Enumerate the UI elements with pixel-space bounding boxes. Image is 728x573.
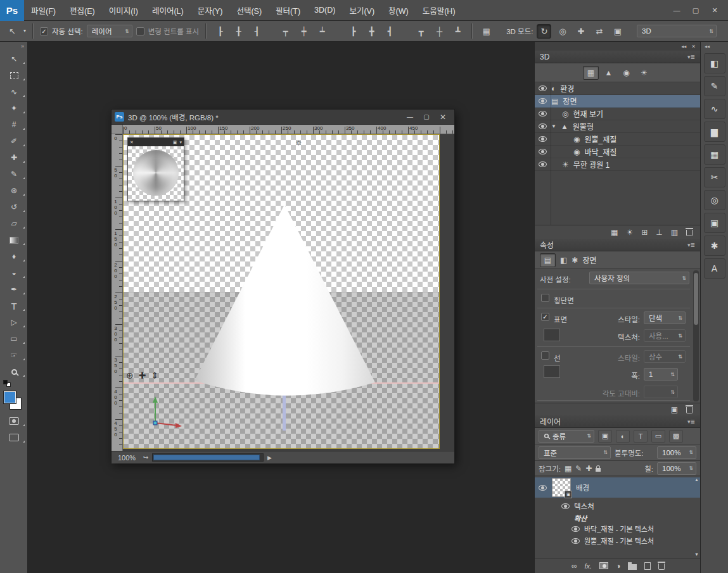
dock-info-panel-icon[interactable]: ▣ (704, 213, 725, 233)
layer-row-cone-texture[interactable]: 원뿔_재질 - 기본 텍스처 (535, 535, 700, 546)
horizontal-scrollbar[interactable] (152, 453, 264, 462)
line-style-dropdown[interactable]: 상수 ⇅ (644, 350, 686, 363)
add-light-icon[interactable]: ☀ (626, 229, 633, 236)
dock-brush-panel-icon[interactable]: ✎ (704, 76, 725, 96)
dock-collapse-icon[interactable]: ◂◂ (701, 42, 728, 51)
type-tool[interactable]: T (0, 298, 28, 314)
panel-menu-icon[interactable]: ▾≣ (687, 242, 695, 248)
close-panel-group-icon[interactable]: ✕ (691, 44, 696, 49)
collapse-panels-icon[interactable]: ◂◂ (681, 44, 686, 49)
align-right-icon[interactable]: ┨ (250, 24, 264, 39)
3d-scale-mode-icon[interactable]: ▣ (610, 24, 625, 39)
blend-mode-dropdown[interactable]: 표준 ⇅ (539, 446, 611, 459)
screen-mode[interactable] (0, 429, 28, 446)
vertical-ruler[interactable]: 0 50 100 150 200 250 300 350 400 450 (112, 134, 123, 451)
new-layer-icon[interactable] (644, 562, 651, 570)
3d-row-current-view[interactable]: ◎ 현재 보기 (535, 108, 700, 120)
distribute-bottom-icon[interactable]: ┫ (383, 24, 397, 39)
eye-icon[interactable] (539, 136, 547, 142)
secondary-view-swap-icon[interactable]: ▣ (173, 140, 177, 144)
eye-icon[interactable] (539, 161, 547, 167)
widget-scale-icon[interactable]: ⇕ (151, 370, 158, 381)
light-source-icon[interactable]: ☼ (295, 137, 303, 147)
3d-row-environment[interactable]: ◐ 환경 (535, 82, 700, 95)
3d-row-scene[interactable]: ▤ 장면 (535, 95, 700, 108)
hand-tool[interactable]: ☞ (0, 347, 28, 363)
quick-select-tool[interactable]: ✦ (0, 100, 28, 116)
scroll-down-icon[interactable]: ▼ (694, 552, 699, 557)
maximize-button[interactable]: ▢ (686, 3, 705, 18)
document-title-bar[interactable]: Ps 3D @ 100% (배경, RGB/8) * — ▢ ✕ (112, 110, 454, 125)
crop-tool[interactable]: # (0, 116, 28, 133)
light-properties-icon[interactable]: ✱ (572, 256, 578, 264)
current-tool-icon[interactable]: ↖ (5, 24, 20, 39)
adjustment-layer-icon[interactable]: ◑ (616, 562, 620, 570)
eraser-tool[interactable]: ▱ (0, 215, 28, 232)
filter-lights-icon[interactable]: ☀ (636, 66, 652, 80)
auto-select-checkbox[interactable]: ✓ (40, 27, 48, 35)
dodge-tool[interactable]: ◒ (0, 265, 28, 281)
filter-pixel-layers-icon[interactable]: ▣ (598, 430, 612, 443)
document-close-button[interactable]: ✕ (435, 111, 451, 123)
view-dropdown[interactable]: 3D ⇅ (637, 25, 717, 37)
eye-icon[interactable] (539, 98, 547, 104)
distribute-left-icon[interactable]: ┳ (414, 24, 428, 39)
dock-histogram-panel-icon[interactable]: ▆ (704, 122, 725, 142)
color-swatches[interactable] (0, 390, 28, 413)
menu-layer[interactable]: 레이어(L) (145, 0, 191, 20)
scroll-right-icon[interactable]: ▶ (267, 455, 272, 461)
menu-select[interactable]: 선택(S) (229, 0, 269, 20)
lock-transparency-icon[interactable]: ▦ (565, 465, 572, 472)
gradient-tool[interactable] (0, 232, 28, 248)
align-left-icon[interactable]: ┠ (213, 24, 227, 39)
default-colors-icon[interactable] (0, 380, 28, 389)
new-item-icon[interactable]: ⊞ (641, 229, 648, 236)
add-mask-icon[interactable] (599, 562, 608, 569)
3d-rotate-mode-icon[interactable]: ↻ (537, 24, 551, 39)
foreground-color-swatch[interactable] (4, 391, 16, 403)
3d-row-infinite-light[interactable]: ☀ 무한 광원 1 (535, 158, 700, 171)
eye-icon[interactable] (539, 123, 547, 129)
filter-shape-layers-icon[interactable]: ▭ (651, 430, 665, 443)
distribute-center-icon[interactable]: ┼ (432, 24, 447, 39)
eye-icon[interactable] (572, 538, 580, 544)
align-top-icon[interactable]: ┯ (278, 24, 293, 39)
show-transform-checkbox[interactable] (136, 27, 144, 35)
zoom-tool[interactable] (0, 363, 28, 380)
status-arrow-icon[interactable]: ↪ (143, 454, 148, 461)
dock-history-panel-icon[interactable]: ◧ (704, 53, 725, 73)
3d-drag-mode-icon[interactable]: ✚ (573, 24, 588, 39)
menu-help[interactable]: 도움말(H) (416, 0, 463, 20)
eye-icon[interactable] (539, 85, 547, 91)
menu-image[interactable]: 이미지(I) (102, 0, 145, 20)
menu-3d[interactable]: 3D(D) (307, 0, 342, 20)
new-group-icon[interactable] (628, 564, 637, 570)
align-center-h-icon[interactable]: ╂ (231, 24, 246, 39)
merge-3d-icon[interactable]: ▥ (671, 229, 678, 236)
eye-icon[interactable] (539, 149, 547, 154)
surface-checkbox[interactable]: ✓ (541, 313, 549, 321)
ground-plane-icon[interactable]: ⊥ (656, 229, 662, 236)
preset-dropdown[interactable]: 사용자 정의 ⇅ (589, 272, 689, 284)
3d-row-floor-material[interactable]: ◉ 바닥_재질 (535, 146, 700, 158)
render-settings-icon[interactable]: ▦ (611, 229, 618, 236)
delete-icon[interactable] (686, 407, 693, 413)
horizontal-ruler[interactable]: 0 50 100 150 200 250 300 350 400 450 (123, 125, 454, 134)
dock-curves-panel-icon[interactable]: ∿ (704, 99, 725, 119)
properties-scrollbar[interactable] (693, 270, 699, 401)
width-dropdown[interactable]: 1 ⇅ (644, 368, 678, 381)
align-bottom-icon[interactable]: ┷ (315, 24, 329, 39)
dock-character-panel-icon[interactable]: A (704, 258, 725, 279)
cross-section-checkbox[interactable] (541, 294, 549, 302)
angle-threshold-dropdown[interactable]: ⇅ (644, 386, 678, 398)
shape-tool[interactable]: ▭ (0, 331, 28, 347)
minimize-button[interactable]: — (667, 3, 686, 18)
fill-dropdown[interactable]: 100% ⇅ (657, 462, 696, 475)
eyedropper-tool[interactable]: ✐ (0, 133, 28, 149)
filter-meshes-icon[interactable]: ▲ (601, 66, 616, 80)
eye-icon[interactable] (572, 526, 580, 532)
document-minimize-button[interactable]: — (402, 111, 418, 123)
dock-swatches-panel-icon[interactable]: ▦ (704, 144, 725, 165)
menu-filter[interactable]: 필터(T) (269, 0, 307, 20)
dock-scissors-panel-icon[interactable]: ✂ (704, 167, 725, 187)
